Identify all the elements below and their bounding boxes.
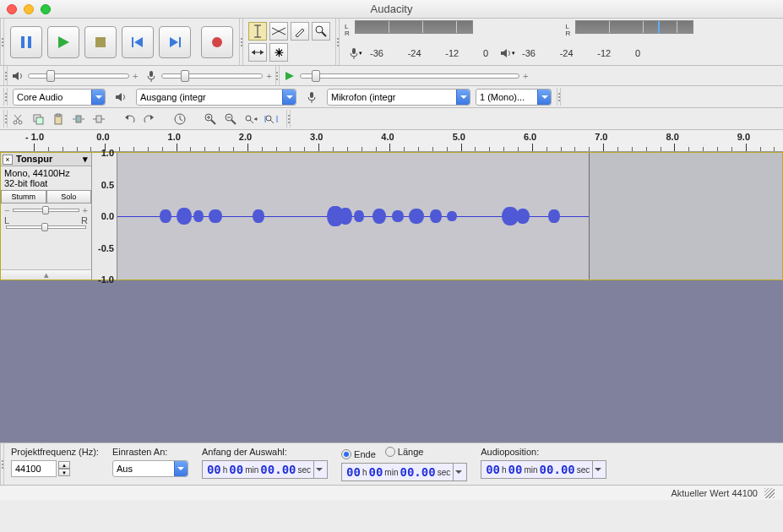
fit-project-icon[interactable]: [262, 111, 280, 128]
svg-rect-4: [132, 37, 133, 47]
svg-line-51: [211, 120, 215, 124]
record-button[interactable]: [201, 26, 233, 58]
svg-rect-1: [28, 36, 31, 48]
zoom-in-icon[interactable]: [201, 111, 220, 128]
snap-combo[interactable]: Aus: [112, 460, 188, 477]
mic-icon[interactable]: ▾: [345, 42, 367, 64]
selection-tool[interactable]: [248, 22, 267, 41]
svg-point-29: [14, 121, 17, 124]
toolbar-grip[interactable]: [286, 110, 291, 128]
speaker-icon: [111, 89, 130, 106]
vertical-scale[interactable]: 1.00.50.0-0.5-1.0: [92, 153, 117, 280]
zoom-out-icon[interactable]: [221, 111, 240, 128]
svg-marker-43: [125, 115, 128, 120]
audio-position-label: Audioposition:: [481, 447, 606, 457]
input-channels-combo[interactable]: 1 (Mono)...: [476, 89, 552, 106]
zoom-tool[interactable]: [312, 22, 330, 41]
speaker-icon: [8, 68, 27, 84]
meter-tick: -36: [370, 48, 383, 58]
tracks-empty-area[interactable]: [0, 280, 783, 442]
fit-selection-icon[interactable]: [242, 111, 260, 128]
track-control-panel[interactable]: × Tonspur▾ Mono, 44100Hz32-bit float Stu…: [1, 153, 92, 280]
svg-marker-6: [170, 37, 178, 47]
svg-point-30: [19, 121, 22, 124]
scrub-speed-slider[interactable]: [300, 73, 519, 79]
silence-icon[interactable]: [90, 111, 108, 128]
svg-line-60: [270, 120, 274, 123]
cut-icon[interactable]: [8, 111, 27, 128]
gain-slider[interactable]: [13, 209, 79, 212]
stop-button[interactable]: [84, 26, 117, 58]
skip-start-button[interactable]: [122, 26, 154, 58]
svg-marker-44: [150, 115, 154, 120]
svg-rect-37: [76, 116, 81, 122]
skip-end-button[interactable]: [159, 26, 191, 58]
meter-tick: -24: [560, 48, 574, 58]
svg-point-8: [212, 37, 222, 47]
track-format-label: Mono, 44100Hz32-bit float: [1, 166, 91, 190]
envelope-tool[interactable]: [269, 22, 288, 41]
rec-meter-lr: LR: [345, 24, 351, 37]
project-rate-label: Projektfrequenz (Hz):: [11, 447, 99, 457]
svg-rect-36: [57, 114, 60, 117]
svg-rect-3: [95, 37, 106, 47]
svg-marker-58: [254, 117, 257, 121]
svg-rect-34: [36, 117, 43, 124]
toolbar-grip[interactable]: [3, 88, 8, 106]
timeshift-tool[interactable]: [248, 43, 267, 62]
scrub-play-button[interactable]: [280, 68, 299, 84]
end-radio[interactable]: Ende: [341, 449, 376, 459]
speaker-icon[interactable]: ▾: [497, 42, 519, 64]
play-button[interactable]: [47, 26, 79, 58]
svg-line-15: [322, 32, 326, 36]
svg-marker-22: [13, 72, 19, 80]
svg-line-54: [231, 120, 236, 124]
meter-tick: -12: [597, 48, 611, 58]
svg-point-14: [316, 26, 323, 33]
project-rate-input[interactable]: [11, 460, 57, 477]
selection-start-label: Anfang der Auswahl:: [202, 447, 328, 457]
track-collapse-button[interactable]: ▴: [1, 269, 91, 280]
track-close-button[interactable]: ×: [3, 155, 13, 165]
trim-icon[interactable]: [69, 111, 88, 128]
toolbar-grip[interactable]: [557, 88, 561, 106]
undo-icon[interactable]: [120, 111, 139, 128]
playback-meter[interactable]: [575, 20, 693, 34]
waveform-display[interactable]: [117, 153, 782, 280]
window-titlebar: Audacity: [0, 0, 783, 19]
svg-rect-0: [21, 36, 24, 48]
track-menu[interactable]: Tonspur▾: [14, 154, 90, 165]
sync-lock-icon[interactable]: [171, 111, 189, 128]
mute-button[interactable]: Stumm: [1, 190, 46, 204]
pan-slider[interactable]: [6, 225, 86, 229]
recording-volume-slider[interactable]: [161, 73, 263, 79]
copy-icon[interactable]: [29, 111, 47, 128]
selection-start-time[interactable]: 00h 00min 00.00sec: [202, 460, 328, 479]
toolbar-grip[interactable]: [3, 110, 8, 128]
length-radio[interactable]: Länge: [385, 447, 424, 457]
audio-clip[interactable]: [117, 153, 590, 280]
resize-grip-icon[interactable]: [764, 488, 775, 498]
redo-icon[interactable]: [140, 111, 159, 128]
status-bar: Aktueller Wert 44100: [0, 485, 783, 500]
mic-icon: [302, 89, 321, 106]
svg-line-56: [250, 120, 253, 123]
pause-button[interactable]: [10, 26, 42, 58]
svg-rect-41: [96, 116, 101, 122]
selection-end-time[interactable]: 00h 00min 00.00sec: [341, 463, 467, 481]
recording-meter[interactable]: [355, 20, 473, 34]
toolbar-grip[interactable]: [275, 66, 280, 85]
playback-volume-slider[interactable]: [28, 73, 129, 79]
mic-icon: [142, 68, 160, 84]
audio-host-combo[interactable]: Core Audio: [13, 89, 106, 106]
toolbar-grip[interactable]: [3, 66, 8, 85]
audio-position-time[interactable]: 00h 00min 00.00sec: [481, 460, 606, 479]
multi-tool[interactable]: ✳: [269, 43, 288, 62]
output-device-combo[interactable]: Ausgang (integr: [136, 89, 296, 106]
paste-icon[interactable]: [49, 111, 68, 128]
solo-button[interactable]: Solo: [46, 190, 92, 204]
draw-tool[interactable]: [291, 22, 309, 41]
input-device-combo[interactable]: Mikrofon (integr: [327, 89, 470, 106]
project-rate-stepper[interactable]: ▲▼: [58, 461, 70, 476]
timeline-ruler[interactable]: - 1.00.01.02.03.04.05.06.07.08.09.0: [0, 130, 783, 152]
